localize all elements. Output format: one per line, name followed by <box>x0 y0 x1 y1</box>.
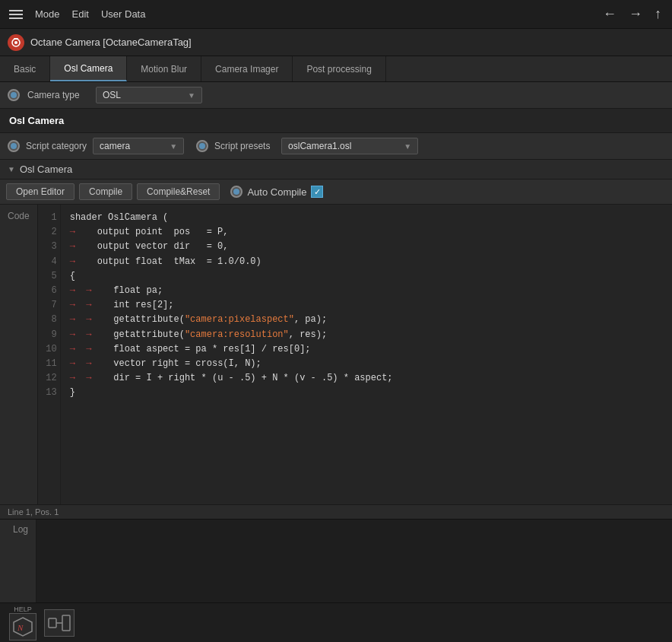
window-title: Octane Camera [OctaneCameraTag] <box>30 37 192 48</box>
chevron-down-icon: ▼ <box>188 91 195 100</box>
svg-text:N: N <box>17 623 24 632</box>
log-label: Log <box>0 520 36 602</box>
camera-type-dropdown[interactable]: OSL ▼ <box>96 87 202 103</box>
tab-post-processing[interactable]: Post processing <box>293 56 385 81</box>
code-line-5: { <box>70 269 663 284</box>
log-content[interactable] <box>36 520 672 602</box>
titlebar: Mode Edit User Data ← → ↑ <box>0 0 672 29</box>
bottom-bar: HELP N <box>0 602 672 642</box>
help-logo[interactable]: N <box>9 613 36 640</box>
code-line-6: → → float pa; <box>70 284 663 298</box>
collapsible-label: Osl Camera <box>20 164 72 175</box>
chevron-down-icon: ▼ <box>170 142 177 151</box>
tabs-row: Basic Osl Camera Motion Blur Camera Imag… <box>0 56 672 82</box>
triangle-icon: ▼ <box>8 165 15 173</box>
mode-menu[interactable]: Mode <box>35 8 60 20</box>
header-strip: Octane Camera [OctaneCameraTag] <box>0 29 672 56</box>
code-editor[interactable]: 12345 678910 111213 shader OslCamera ( →… <box>38 205 672 504</box>
log-area: Log <box>0 519 672 602</box>
tab-osl-camera[interactable]: Osl Camera <box>50 56 127 81</box>
line-numbers: 12345 678910 111213 <box>38 205 61 504</box>
forward-button[interactable]: → <box>624 5 647 24</box>
nav-buttons: ← → ↑ <box>598 5 666 24</box>
help-icon[interactable]: HELP N <box>9 605 36 640</box>
code-line-11: → → vector right = cross(I, N); <box>70 357 663 371</box>
auto-compile-radio[interactable] <box>230 186 242 198</box>
hamburger-menu[interactable] <box>6 7 26 22</box>
svg-rect-2 <box>14 38 18 40</box>
script-category-radio[interactable] <box>8 140 20 152</box>
osl-camera-collapsible[interactable]: ▼ Osl Camera <box>0 160 672 180</box>
help-text: HELP <box>14 605 32 613</box>
script-category-label: Script category <box>26 141 87 151</box>
script-presets-group: Script presets oslCamera1.osl ▼ <box>196 138 418 154</box>
code-line-7: → → int res[2]; <box>70 298 663 313</box>
section-title: Osl Camera <box>0 109 672 133</box>
script-presets-dropdown[interactable]: oslCamera1.osl ▼ <box>281 138 418 154</box>
edit-menu[interactable]: Edit <box>72 8 89 20</box>
camera-icon <box>8 34 24 51</box>
tab-basic[interactable]: Basic <box>0 56 50 81</box>
auto-compile-checkbox[interactable]: ✓ <box>311 186 323 198</box>
back-button[interactable]: ← <box>598 5 621 24</box>
code-content[interactable]: shader OslCamera ( → output point pos = … <box>61 205 672 504</box>
code-line-9: → → getattribute("camera:resolution", re… <box>70 328 663 342</box>
svg-rect-6 <box>62 615 70 631</box>
code-line-12: → → dir = I + right * (u - .5) + N * (v … <box>70 371 663 386</box>
menu-bar: Mode Edit User Data <box>35 8 145 20</box>
script-presets-label: Script presets <box>214 141 275 151</box>
svg-rect-5 <box>49 618 56 628</box>
user-data-menu[interactable]: User Data <box>101 8 146 20</box>
svg-point-1 <box>14 41 17 44</box>
compile-button[interactable]: Compile <box>79 183 132 200</box>
status-bar: Line 1, Pos. 1 <box>0 504 672 519</box>
code-line-4: → output float tMax = 1.0/0.0) <box>70 255 663 269</box>
code-line-1: shader OslCamera ( <box>70 211 663 225</box>
tab-motion-blur[interactable]: Motion Blur <box>127 56 201 81</box>
script-category-group: Script category camera ▼ <box>8 138 184 154</box>
editor-toolbar: Open Editor Compile Compile&Reset Auto C… <box>0 180 672 205</box>
code-line-10: → → float aspect = pa * res[1] / res[0]; <box>70 342 663 357</box>
code-line-8: → → getattribute("camera:pixelaspect", p… <box>70 313 663 327</box>
code-label: Code <box>0 205 38 504</box>
auto-compile-group: Auto Compile ✓ <box>230 186 323 198</box>
camera-type-radio[interactable] <box>8 89 20 101</box>
open-editor-button[interactable]: Open Editor <box>6 183 74 200</box>
script-category-value: camera <box>100 141 130 151</box>
camera-type-value: OSL <box>103 90 121 100</box>
code-line-2: → output point pos = P, <box>70 225 663 240</box>
up-button[interactable]: ↑ <box>650 5 666 24</box>
chevron-down-icon: ▼ <box>404 142 411 151</box>
plugin-icon[interactable] <box>44 609 74 637</box>
script-presets-value: oslCamera1.osl <box>288 141 351 151</box>
code-area-container: Code 12345 678910 111213 shader OslCamer… <box>0 205 672 504</box>
script-category-dropdown[interactable]: camera ▼ <box>93 138 184 154</box>
code-line-13: } <box>70 386 663 400</box>
camera-type-row: Camera type OSL ▼ <box>0 82 672 109</box>
tab-camera-imager[interactable]: Camera Imager <box>201 56 293 81</box>
auto-compile-label: Auto Compile <box>247 186 306 198</box>
script-presets-radio[interactable] <box>196 140 208 152</box>
code-line-3: → output vector dir = 0, <box>70 240 663 254</box>
compile-reset-button[interactable]: Compile&Reset <box>137 183 220 200</box>
camera-type-label: Camera type <box>27 90 88 100</box>
script-row: Script category camera ▼ Script presets … <box>0 133 672 160</box>
